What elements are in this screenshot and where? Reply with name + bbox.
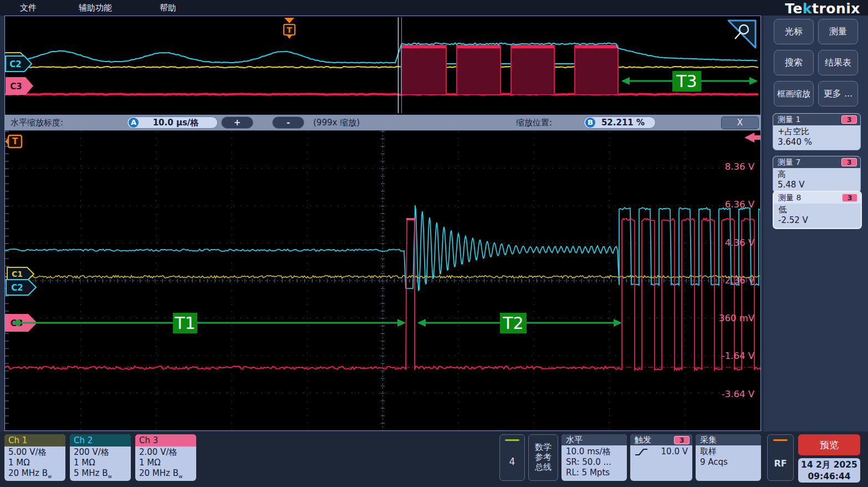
zoom-scale-label: 水平缩放标度: (11, 118, 63, 128)
measurement-badge-1[interactable]: 测量 1 3 +占空比 3.640 % (773, 113, 861, 150)
main-channel-tag-c2[interactable]: C2 (6, 280, 36, 295)
t2-annotation: T2 (417, 313, 622, 333)
svg-text:C3: C3 (10, 82, 22, 92)
waveform-main-view[interactable]: T C1 C2 (5, 131, 760, 430)
voltage-label: 8.36 V (725, 161, 755, 172)
rf-badge[interactable]: RF (767, 434, 794, 481)
channel-4-color-line (505, 439, 519, 441)
menu-bar: 文件 辅助功能 帮助 Tektronix (0, 0, 868, 16)
measurement-value: 3.640 % (778, 137, 856, 148)
voltage-label: 2.36 V (725, 275, 755, 286)
voltage-label: -3.64 V (722, 389, 755, 399)
right-sidebar: 光标 测量 搜索 结果表 框画缩放 更多 ... 测量 1 3 +占空比 3.6… (764, 16, 868, 432)
source-channel-badge: 3 (842, 194, 857, 202)
acquisition-badge[interactable]: 采集 取样 9 Acqs (696, 434, 761, 481)
zoom-control-bar: 水平缩放标度: A 10.0 µs/格 + - (999x 缩放) 缩放位置: … (5, 114, 760, 131)
search-button[interactable]: 搜索 (774, 50, 814, 75)
tektronix-logo: Tektronix (785, 1, 860, 17)
oscilloscope-app: 文件 辅助功能 帮助 Tektronix T (0, 0, 868, 487)
rising-edge-icon (635, 447, 648, 457)
t1-annotation: T1 (12, 313, 406, 333)
source-channel-badge: 3 (841, 115, 857, 124)
measurement-value: 5.48 V (778, 180, 856, 190)
horizontal-badge[interactable]: 水平 10.0 ms/格 SR: 50.0 ... RL: 5 Mpts (561, 434, 627, 481)
date-time-display: 14 2月 2025 09:46:44 (798, 458, 860, 483)
trigger-source-badge: 3 (674, 436, 690, 444)
zoom-factor-label: (999x 缩放) (313, 118, 360, 128)
zoom-overview-icon[interactable] (728, 21, 755, 48)
measurement-name: +占空比 (778, 126, 856, 137)
cursors-button[interactable]: 光标 (774, 19, 814, 44)
results-table-button[interactable]: 结果表 (818, 50, 858, 75)
voltage-label: 360 mV (719, 313, 755, 323)
rf-color-line (773, 439, 788, 441)
channel-3-badge[interactable]: Ch 3 2.00 V/格 1 MΩ 20 MHz Bw (135, 434, 196, 481)
zoom-out-button[interactable]: - (272, 116, 304, 129)
bottom-status-bar: Ch 1 5.00 V/格 1 MΩ 20 MHz Bw Ch 2 200 V/… (0, 432, 868, 487)
waveform-overview[interactable]: T C2 C3 (5, 16, 760, 114)
t1-label: T1 (174, 313, 195, 333)
t2-label: T2 (502, 313, 523, 333)
knob-b-icon: B (585, 118, 595, 128)
trigger-level-arrow[interactable] (744, 133, 760, 143)
trigger-badge[interactable]: 触发 3 10.0 V (630, 434, 692, 481)
main-waveforms (5, 131, 760, 430)
zoom-close-button[interactable]: X (721, 116, 759, 129)
overview-channel-tag-c2[interactable]: C2 (6, 56, 32, 72)
voltage-label: 6.36 V (725, 199, 755, 210)
draw-a-box-button[interactable]: 框画缩放 (774, 81, 814, 106)
svg-text:T: T (287, 26, 292, 34)
overview-channel-tag-c3[interactable]: C3 (6, 77, 33, 95)
svg-text:C2: C2 (9, 59, 21, 69)
zoom-scale-knob[interactable]: A 10.0 µs/格 (127, 116, 218, 129)
measurement-badge-7[interactable]: 测量 7 3 高 5.48 V (773, 156, 861, 193)
voltage-label: 4.36 V (725, 237, 755, 248)
channel-2-badge[interactable]: Ch 2 200 V/格 1 MΩ 5 MHz Bw (70, 434, 131, 481)
zoom-position-knob[interactable]: B 52.211 % (584, 116, 656, 129)
zoom-in-button[interactable]: + (221, 116, 253, 129)
display-area: T C2 C3 (4, 16, 761, 431)
trigger-position-flag[interactable]: T (284, 18, 295, 39)
svg-text:C1: C1 (12, 270, 23, 278)
knob-a-icon: A (129, 118, 139, 128)
t3-annotation: T3 (621, 71, 758, 92)
channel-4-badge[interactable]: 4 (499, 434, 525, 481)
overview-waveforms (5, 43, 758, 95)
menu-utility[interactable]: 辅助功能 (71, 3, 120, 13)
measurement-value: -2.52 V (778, 215, 856, 226)
more-button[interactable]: 更多 ... (818, 81, 858, 106)
main-channel-tag-c1[interactable]: C1 (7, 267, 34, 281)
preview-button[interactable]: 预览 (798, 434, 860, 455)
menu-file[interactable]: 文件 (12, 3, 44, 13)
channel-1-badge[interactable]: Ch 1 5.00 V/格 1 MΩ 20 MHz Bw (4, 434, 65, 481)
menu-help[interactable]: 帮助 (152, 3, 184, 13)
t3-label: T3 (676, 72, 697, 91)
svg-text:T: T (12, 136, 18, 146)
svg-text:C2: C2 (11, 283, 23, 293)
zoom-position-label: 缩放位置: (516, 118, 552, 128)
source-channel-badge: 3 (841, 158, 857, 166)
voltage-label: -1.64 V (722, 351, 755, 361)
measurement-badge-8[interactable]: 测量 8 3 低 -2.52 V (773, 191, 862, 229)
measurement-name: 低 (778, 205, 856, 215)
measurement-name: 高 (778, 169, 856, 180)
measure-button[interactable]: 测量 (818, 19, 858, 44)
trigger-time-marker[interactable]: T (5, 135, 22, 148)
math-ref-bus-button[interactable]: 数学 参考 总线 (528, 434, 558, 481)
